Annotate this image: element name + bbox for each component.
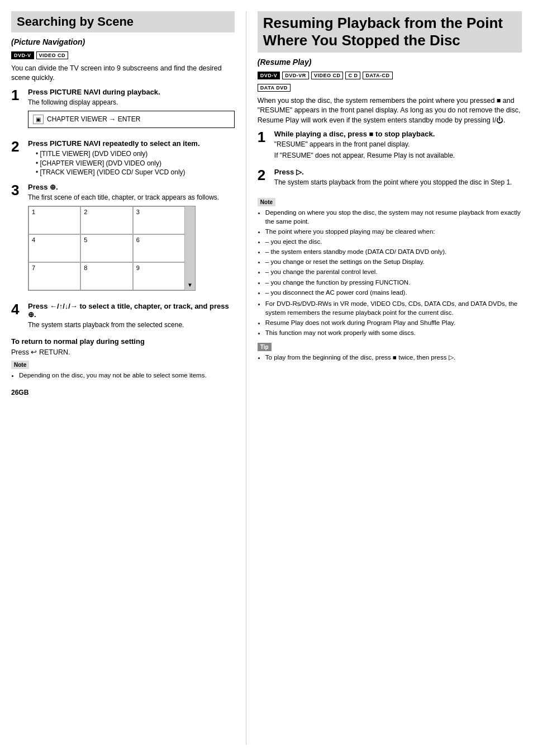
step-2-num: 2 [11,139,23,177]
step-2-title: Press PICTURE NAVI repeatedly to select … [28,139,235,148]
step-1-content: Press PICTURE NAVI during playback. The … [28,88,235,134]
step-1-title: Press PICTURE NAVI during playback. [28,88,235,96]
left-note-list: Depending on the disc, you may not be ab… [19,371,235,380]
right-step-1-num: 1 [258,130,270,162]
step-3-num: 3 [11,183,23,296]
left-subtitle: (Picture Navigation) [11,37,235,48]
left-step-1: 1 Press PICTURE NAVI during playback. Th… [11,88,235,134]
step-2-item-3: • [TRACK VIEWER] (VIDEO CD/ Super VCD on… [36,168,235,177]
scene-cell-8: 8 [80,262,132,290]
scene-cell-6: 6 [133,234,185,262]
right-tip-item-1: To play from the beginning of the disc, … [265,353,522,362]
badge-dvd-vr: DVD-VR [282,72,309,79]
right-badge-row-2: DATA DVD [258,84,522,92]
left-step-4: 4 Press ←/↑/↓/→ to select a title, chapt… [11,302,235,332]
right-note-item2-3: This function may not work properly with… [265,328,522,337]
right-column: Resuming Playback from the Point Where Y… [246,11,522,745]
right-note: Note Depending on where you stop the dis… [258,195,522,337]
right-note-item2-2: Resume Play does not work during Program… [265,318,522,327]
step-4-num: 4 [11,302,23,332]
return-section: To return to normal play during setting … [11,337,235,358]
right-note-content: Depending on where you stop the disc, th… [258,208,522,337]
right-step-2-num: 2 [258,168,270,189]
right-step-2-content: Press ▷. The system starts playback from… [274,168,522,189]
scene-cell-7: 7 [28,262,80,290]
left-note-content: Depending on the disc, you may not be ab… [11,371,235,380]
right-intro: When you stop the disc, the system remem… [258,96,522,126]
left-step-2: 2 Press PICTURE NAVI repeatedly to selec… [11,139,235,177]
badge-cd: C D [345,72,360,79]
right-step-1-title: While playing a disc, press ■ to stop pl… [274,130,522,138]
right-dash-6: you disconnect the AC power cord (mains … [265,288,522,297]
right-note-item2-1: For DVD-Rs/DVD-RWs in VR mode, VIDEO CDs… [265,299,522,317]
badge-dvd-v-right: DVD-V [258,72,280,79]
left-column: Searching by Scene (Picture Navigation) … [11,11,246,745]
right-dash-2: the system enters standby mode (DATA CD/… [265,247,522,256]
step-2-list: • [TITLE VIEWER] (DVD VIDEO only) • [CHA… [36,149,235,177]
right-tip-label: Tip [258,343,272,351]
right-dash-1: you eject the disc. [265,237,522,246]
right-tip-list: To play from the beginning of the disc, … [265,353,522,362]
scene-cell-5: 5 [80,234,132,262]
scene-cell-4: 4 [28,234,80,262]
step-1-num: 1 [11,88,23,134]
viewer-icon: ▣ [33,115,44,124]
right-note-item-1: Depending on where you stop the disc, th… [265,208,522,226]
chapter-viewer-box: ▣ CHAPTER VIEWER → ENTER [28,111,235,128]
right-step-2-body: The system starts playback from the poin… [274,178,522,187]
scene-grid: 1 2 3 4 5 6 7 8 9 ▼ [28,206,196,291]
step-4-title: Press ←/↑/↓/→ to select a title, chapter… [28,302,235,319]
right-step-2: 2 Press ▷. The system starts playback fr… [258,168,522,189]
page-number: 26GB [11,389,235,396]
left-title: Searching by Scene [17,15,229,29]
right-subtitle: (Resume Play) [258,57,522,68]
right-step-1-body1: "RESUME" appears in the front panel disp… [274,140,522,149]
badge-video-cd-right: VIDEO CD [311,72,344,79]
right-note-list2: For DVD-Rs/DVD-RWs in VR mode, VIDEO CDs… [265,299,522,337]
left-badge-row: DVD-V VIDEO CD [11,51,235,59]
step-4-content: Press ←/↑/↓/→ to select a title, chapter… [28,302,235,332]
scene-scrollbar: ▼ [185,206,195,290]
viewer-label: CHAPTER VIEWER → ENTER [47,115,140,123]
step-1-body: The following display appears. [28,98,235,107]
right-step-1-body2: If "RESUME" does not appear, Resume Play… [274,151,522,160]
step-2-item-2: • [CHAPTER VIEWER] (DVD VIDEO only) [36,159,235,168]
right-dash-4: you change the parental control level. [265,267,522,276]
step-2-content: Press PICTURE NAVI repeatedly to select … [28,139,235,177]
scene-cell-3: 3 [133,206,185,234]
right-step-1: 1 While playing a disc, press ■ to stop … [258,130,522,162]
right-section-title-box: Resuming Playback from the Point Where Y… [258,11,522,53]
right-step-1-content: While playing a disc, press ■ to stop pl… [274,130,522,162]
right-dash-3: you change or reset the settings on the … [265,257,522,266]
return-body: Press ↩ RETURN. [11,348,235,358]
scene-cell-9: 9 [133,262,185,290]
scene-cell-2: 2 [80,206,132,234]
badge-data-cd: DATA-CD [363,72,392,79]
left-intro: You can divide the TV screen into 9 subs… [11,64,235,83]
step-4-body: The system starts playback from the sele… [28,320,235,330]
return-heading: To return to normal play during setting [11,337,235,346]
badge-dvd-v-left: DVD-V [11,51,34,59]
right-note-dash-list: you eject the disc. the system enters st… [265,237,522,297]
right-tip: Tip To play from the beginning of the di… [258,339,522,362]
right-note-list: Depending on where you stop the disc, th… [265,208,522,236]
step-2-item-1: • [TITLE VIEWER] (DVD VIDEO only) [36,149,235,159]
left-step-3: 3 Press ⊕. The first scene of each title… [11,183,235,296]
left-note: Note Depending on the disc, you may not … [11,357,235,380]
scene-cell-1: 1 [28,206,80,234]
badge-data-dvd: DATA DVD [258,84,291,92]
page: Searching by Scene (Picture Navigation) … [0,0,533,756]
left-section-title-box: Searching by Scene [11,11,235,32]
step-3-title: Press ⊕. [28,183,235,191]
step-3-content: Press ⊕. The first scene of each title, … [28,183,235,296]
left-note-label: Note [11,361,29,369]
right-dash-5: you change the function by pressing FUNC… [265,278,522,287]
right-note-label: Note [258,198,275,206]
right-badge-row: DVD-V DVD-VR VIDEO CD C D DATA-CD [258,72,522,79]
right-note-item-2: The point where you stopped playing may … [265,227,522,236]
badge-video-cd-left: VIDEO CD [36,51,69,59]
right-step-2-title: Press ▷. [274,168,522,176]
right-title: Resuming Playback from the Point Where Y… [263,15,516,49]
step-3-body: The first scene of each title, chapter, … [28,193,235,202]
right-tip-content: To play from the beginning of the disc, … [258,353,522,362]
